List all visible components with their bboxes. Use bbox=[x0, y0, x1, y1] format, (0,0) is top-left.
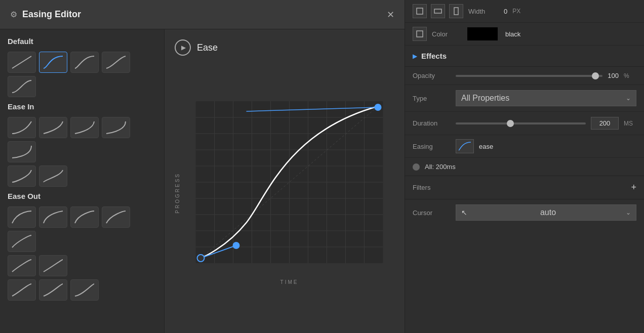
type-select[interactable]: All Properties ⌄ bbox=[456, 90, 636, 106]
color-row: Color black bbox=[405, 23, 644, 46]
bullet-icon bbox=[413, 163, 420, 171]
type-label: Type bbox=[413, 95, 451, 102]
duration-slider[interactable] bbox=[456, 122, 586, 124]
preset-ease-in-out[interactable] bbox=[70, 52, 99, 73]
preset-ease[interactable] bbox=[39, 52, 67, 73]
easing-editor-panel: ⚙ Easing Editor ✕ Default bbox=[0, 0, 405, 333]
curve-handle-bottom bbox=[197, 255, 205, 262]
width-label: Width bbox=[468, 8, 499, 15]
ease-out-section-title: Ease Out bbox=[8, 192, 156, 200]
preset-ease-out-6[interactable] bbox=[8, 255, 36, 276]
editor-body: Default bbox=[0, 29, 405, 333]
play-button[interactable]: ▶ bbox=[175, 39, 191, 56]
preset-ease-out-8[interactable] bbox=[8, 279, 36, 301]
curve-name: Ease bbox=[197, 43, 218, 53]
opacity-value: 100 bbox=[608, 72, 619, 79]
cursor-label: Cursor bbox=[413, 209, 451, 217]
presets-panel: Default bbox=[0, 29, 165, 333]
preset-ease-in-4[interactable] bbox=[102, 117, 130, 138]
preset-ease-in-3[interactable] bbox=[70, 117, 99, 138]
svg-rect-28 bbox=[417, 31, 423, 37]
curve-area: TIME bbox=[184, 101, 394, 285]
curve-control-bottom bbox=[233, 242, 240, 249]
curve-svg-container[interactable] bbox=[184, 101, 394, 275]
effects-title: Effects bbox=[421, 52, 447, 60]
color-value: black bbox=[505, 30, 520, 38]
cursor-value: auto bbox=[540, 208, 556, 217]
cursor-arrow-icon: ↖ bbox=[461, 209, 467, 217]
ease-out-preset-row3 bbox=[8, 279, 156, 301]
preset-ease-out-5[interactable] bbox=[8, 231, 36, 252]
add-filter-button[interactable]: + bbox=[631, 182, 636, 193]
default-preset-row bbox=[8, 52, 156, 97]
easing-value: ease bbox=[479, 143, 493, 150]
opacity-slider[interactable] bbox=[456, 75, 602, 77]
opacity-unit: % bbox=[624, 72, 636, 79]
opacity-row: Opacity 100 % bbox=[405, 67, 644, 85]
curve-control-top bbox=[375, 104, 382, 111]
ease-out-preset-row1 bbox=[8, 206, 156, 252]
preset-custom2[interactable] bbox=[8, 76, 36, 97]
gear-icon: ⚙ bbox=[10, 10, 17, 19]
cursor-select[interactable]: ↖ auto ⌄ bbox=[456, 204, 636, 221]
editor-title: Easing Editor bbox=[22, 9, 81, 20]
svg-rect-27 bbox=[454, 8, 458, 15]
duration-unit: MS bbox=[624, 120, 636, 127]
opacity-label: Opacity bbox=[413, 72, 451, 79]
preset-ease-in-1[interactable] bbox=[8, 117, 36, 138]
cursor-row: Cursor ↖ auto ⌄ bbox=[405, 199, 644, 226]
easing-preview[interactable] bbox=[456, 139, 474, 153]
filters-row: Filters + bbox=[405, 176, 644, 199]
opacity-thumb[interactable] bbox=[592, 72, 599, 79]
ease-out-preset-row2 bbox=[8, 255, 156, 276]
triangle-icon[interactable]: ▶ bbox=[413, 53, 417, 60]
width-row: Width 0 PX bbox=[405, 0, 644, 23]
preset-ease-in-7[interactable] bbox=[39, 165, 67, 187]
duration-thumb[interactable] bbox=[507, 120, 514, 127]
shape-icon-tall[interactable] bbox=[449, 4, 463, 18]
shape-icon-rect[interactable] bbox=[431, 4, 445, 18]
svg-line-0 bbox=[12, 56, 31, 68]
type-value: All Properties bbox=[461, 94, 509, 103]
width-value: 0 bbox=[504, 8, 507, 15]
preset-ease-out-9[interactable] bbox=[39, 279, 67, 301]
preset-ease-out-3[interactable] bbox=[70, 206, 99, 228]
play-icon: ▶ bbox=[181, 44, 186, 51]
preset-ease-out-7[interactable] bbox=[39, 255, 67, 276]
editor-header: ⚙ Easing Editor ✕ bbox=[0, 0, 405, 29]
shape-icon-square[interactable] bbox=[413, 4, 427, 18]
close-button[interactable]: ✕ bbox=[387, 10, 394, 19]
curve-canvas-wrap: PROGRESS bbox=[175, 63, 394, 323]
svg-rect-25 bbox=[417, 8, 423, 14]
all-row: All: 200ms bbox=[405, 158, 644, 176]
curve-header: ▶ Ease bbox=[175, 39, 394, 56]
color-swatch[interactable] bbox=[467, 27, 498, 40]
all-label: All: 200ms bbox=[425, 163, 456, 171]
preset-ease-in-5[interactable] bbox=[8, 141, 36, 162]
color-shape-icon[interactable] bbox=[413, 27, 427, 41]
ease-in-preset-row1 bbox=[8, 117, 156, 162]
curve-svg[interactable] bbox=[184, 101, 394, 273]
duration-input[interactable]: 200 bbox=[591, 117, 619, 130]
progress-label: PROGRESS bbox=[175, 173, 180, 214]
color-label: Color bbox=[432, 30, 462, 38]
preset-linear[interactable] bbox=[8, 52, 36, 73]
svg-rect-26 bbox=[434, 9, 441, 13]
preset-custom1[interactable] bbox=[102, 52, 130, 73]
effects-header: ▶ Effects bbox=[405, 46, 644, 67]
easing-row: Easing ease bbox=[405, 135, 644, 158]
easing-label: Easing bbox=[413, 143, 451, 150]
preset-ease-out-1[interactable] bbox=[8, 206, 36, 228]
duration-label: Duration bbox=[413, 119, 451, 127]
cursor-chevron-icon: ⌄ bbox=[626, 209, 631, 216]
shape-icons bbox=[413, 4, 463, 18]
preset-ease-in-6[interactable] bbox=[8, 165, 36, 187]
preset-ease-out-10[interactable] bbox=[70, 279, 99, 301]
filters-label: Filters bbox=[413, 184, 430, 191]
preset-ease-in-2[interactable] bbox=[39, 117, 67, 138]
ease-in-section-title: Ease In bbox=[8, 102, 156, 111]
preset-ease-out-2[interactable] bbox=[39, 206, 67, 228]
width-unit: PX bbox=[512, 8, 525, 15]
preset-ease-out-4[interactable] bbox=[102, 206, 130, 228]
right-panel: Width 0 PX Color black ▶ Effects Opacity… bbox=[405, 0, 644, 333]
